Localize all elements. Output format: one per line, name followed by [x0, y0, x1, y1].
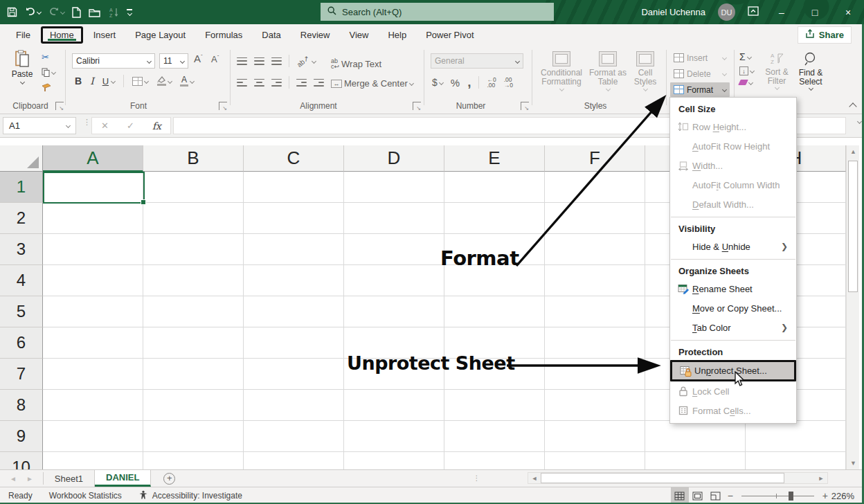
tab-insert[interactable]: Insert [84, 26, 125, 44]
fill-color-icon[interactable] [156, 76, 172, 86]
orientation-icon[interactable]: ab↗ [296, 57, 316, 65]
vertical-scroll-thumb[interactable] [848, 161, 858, 292]
menu-item-hide-unhide[interactable]: Hide & Unhide❯ [670, 237, 796, 256]
sheetbar-splitter[interactable]: ⋮ [473, 477, 477, 480]
scroll-right-icon[interactable]: ► [815, 473, 827, 483]
tab-data[interactable]: Data [253, 26, 289, 44]
sheet-tab-sheet1[interactable]: Sheet1 [44, 470, 95, 487]
find-select-button[interactable]: Find & Select [795, 51, 827, 90]
column-header-C[interactable]: C [244, 145, 344, 172]
underline-button[interactable]: U [102, 76, 109, 87]
bold-button[interactable]: B [75, 75, 82, 87]
align-bottom-icon[interactable] [271, 57, 282, 65]
avatar[interactable]: DU [718, 3, 735, 21]
clear-icon[interactable] [739, 80, 754, 85]
new-file-icon[interactable] [72, 7, 81, 18]
zoom-level[interactable]: 226% [831, 491, 864, 501]
tab-home[interactable]: Home [41, 26, 83, 44]
align-right-icon[interactable] [271, 79, 282, 87]
new-sheet-button[interactable]: + [163, 473, 175, 485]
menu-item-tab-color[interactable]: Tab Color❯ [670, 318, 796, 337]
align-left-icon[interactable] [237, 79, 247, 87]
page-layout-view-icon[interactable] [689, 487, 707, 504]
column-header-B[interactable]: B [143, 145, 244, 172]
italic-button[interactable]: I [90, 75, 94, 87]
tab-formulas[interactable]: Formulas [196, 26, 251, 44]
menu-item-rename-sheet[interactable]: Rename Sheet [670, 279, 796, 298]
column-header-A[interactable]: A [43, 145, 143, 172]
decrease-decimal-icon[interactable]: .00→0 [504, 77, 513, 88]
vertical-scrollbar[interactable]: ▲ ▼ [846, 145, 859, 469]
undo-icon[interactable] [25, 7, 41, 17]
increase-decimal-icon[interactable]: ←0.00 [487, 77, 496, 88]
zoom-in-icon[interactable]: + [820, 490, 831, 501]
row-header-3[interactable]: 3 [0, 234, 43, 265]
currency-icon[interactable]: $ [432, 77, 443, 88]
tab-help[interactable]: Help [379, 26, 415, 44]
workbook-statistics[interactable]: Workbook Statistics [41, 491, 130, 501]
formula-bar-handle[interactable]: ⋮ [83, 120, 85, 132]
share-button[interactable]: Share [798, 26, 852, 44]
zoom-out-icon[interactable]: − [725, 490, 736, 501]
align-center-icon[interactable] [254, 79, 264, 87]
wrap-text-button[interactable]: abc↩ Wrap Text [331, 58, 381, 69]
cut-icon[interactable]: ✂ [42, 52, 49, 62]
fill-icon[interactable]: ↓ [739, 66, 754, 75]
format-cells-dropdown-button[interactable]: Format [670, 82, 730, 97]
number-dialog-launcher[interactable] [521, 102, 529, 110]
alignment-dialog-launcher[interactable] [413, 102, 421, 110]
font-size-combo[interactable]: 11 [159, 53, 188, 69]
sheet-tab-daniel[interactable]: DANIEL [95, 470, 151, 487]
search-box[interactable]: Search (Alt+Q) [321, 3, 554, 21]
paste-button[interactable]: Paste [7, 50, 37, 84]
collapse-ribbon-icon[interactable] [849, 102, 856, 110]
align-middle-icon[interactable] [254, 57, 264, 65]
save-icon[interactable] [7, 7, 17, 17]
tab-page-layout[interactable]: Page Layout [126, 26, 195, 44]
row-header-9[interactable]: 9 [0, 421, 43, 452]
row-header-5[interactable]: 5 [0, 296, 43, 327]
tab-power-pivot[interactable]: Power Pivot [417, 26, 483, 44]
clipboard-dialog-launcher[interactable] [55, 102, 64, 110]
horizontal-scrollbar[interactable]: ◄ ► [528, 472, 828, 484]
selected-cell-a1[interactable] [43, 172, 145, 204]
page-break-preview-icon[interactable] [707, 487, 725, 504]
column-header-F[interactable]: F [545, 145, 645, 172]
row-header-4[interactable]: 4 [0, 265, 43, 296]
select-all-corner[interactable] [0, 145, 43, 172]
zoom-slider[interactable] [741, 496, 814, 496]
row-header-8[interactable]: 8 [0, 390, 43, 421]
row-header-6[interactable]: 6 [0, 327, 43, 359]
scroll-up-icon[interactable]: ▲ [847, 145, 860, 158]
minimize-button[interactable]: – [771, 7, 792, 18]
open-folder-icon[interactable] [89, 8, 101, 17]
column-header-D[interactable]: D [344, 145, 444, 172]
merge-center-button[interactable]: ↔ Merge & Center [331, 78, 413, 89]
tab-view[interactable]: View [340, 26, 377, 44]
menu-item-move-or-copy-sheet[interactable]: Move or Copy Sheet... [670, 298, 796, 318]
decrease-indent-icon[interactable] [296, 79, 307, 87]
ribbon-display-options-icon[interactable] [748, 6, 759, 19]
autosum-icon[interactable]: Σ [739, 51, 754, 62]
scroll-left-icon[interactable]: ◄ [528, 473, 541, 483]
font-dialog-launcher[interactable] [219, 102, 227, 110]
increase-font-icon[interactable]: Aˆ [194, 53, 203, 64]
row-header-1[interactable]: 1 [0, 172, 43, 203]
maximize-button[interactable]: □ [804, 7, 825, 18]
name-box[interactable]: A1 [3, 117, 76, 134]
row-header-7[interactable]: 7 [0, 359, 43, 390]
tab-review[interactable]: Review [291, 26, 339, 44]
scroll-down-icon[interactable]: ▼ [847, 457, 860, 469]
close-button[interactable]: × [838, 7, 858, 18]
column-header-E[interactable]: E [444, 145, 545, 172]
copy-icon[interactable] [42, 68, 55, 77]
zoom-slider-thumb[interactable] [789, 492, 793, 501]
expand-formula-bar-icon[interactable] [857, 119, 862, 124]
format-painter-icon[interactable] [42, 82, 51, 95]
row-header-2[interactable]: 2 [0, 203, 43, 234]
borders-icon[interactable] [132, 77, 148, 86]
insert-function-icon[interactable]: fx [152, 120, 161, 132]
align-top-icon[interactable] [237, 57, 247, 65]
user-name[interactable]: Daniel Uchenna [641, 7, 705, 17]
font-name-combo[interactable]: Calibri [72, 53, 155, 69]
